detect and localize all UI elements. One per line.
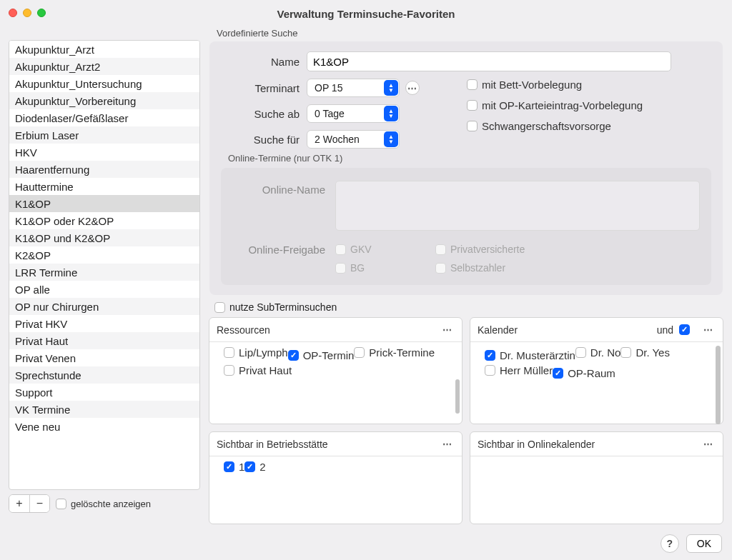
main-scrollbar-thumb[interactable] <box>716 346 721 424</box>
privat-checkbox[interactable]: Privatversicherte <box>435 244 564 255</box>
list-item[interactable]: Vene neu <box>9 418 199 435</box>
list-item[interactable]: Dr. Musterärztin <box>485 349 575 361</box>
list-item[interactable]: OP-Raum <box>553 367 615 379</box>
predef-section-title: Vordefinierte Suche <box>217 28 723 39</box>
list-item[interactable]: 1 <box>224 461 244 473</box>
ressourcen-more-button[interactable]: ⋯ <box>440 323 455 337</box>
list-item[interactable]: Diodenlaser/Gefäßlaser <box>9 109 199 126</box>
und-label: und <box>657 324 673 336</box>
name-label: Name <box>221 56 307 68</box>
checkbox[interactable] <box>224 347 234 358</box>
terminart-select[interactable]: OP 15 ▲▼ <box>307 79 400 97</box>
ressourcen-title: Ressourcen <box>217 324 270 336</box>
list-item[interactable]: Hauttermine <box>9 178 199 195</box>
list-item[interactable]: HKV <box>9 144 199 161</box>
list-item[interactable]: Support <box>9 384 199 401</box>
kalender-title: Kalender <box>478 324 518 336</box>
list-item[interactable]: K1&OP <box>9 195 199 212</box>
list-item[interactable]: K2&OP <box>9 246 199 264</box>
checkbox[interactable] <box>224 365 234 376</box>
onlinekalender-more-button[interactable]: ⋯ <box>701 437 716 451</box>
suche-fuer-select[interactable]: 2 Wochen ▲▼ <box>307 130 400 149</box>
bg-checkbox[interactable]: BG <box>335 262 421 274</box>
list-item[interactable]: Herr Müller <box>485 364 553 376</box>
list-item[interactable]: Haarentfernung <box>9 161 199 178</box>
kalender-panel: Kalender und ⋯ Dr. MusterärztinDr. NoDr.… <box>470 317 723 424</box>
list-item[interactable]: Akupunktur_Vorbereitung <box>9 92 199 109</box>
checkbox[interactable] <box>485 365 495 376</box>
remove-favorite-button[interactable]: − <box>29 495 49 512</box>
checkbox[interactable] <box>485 350 495 361</box>
list-item[interactable]: Privat HKV <box>9 315 199 332</box>
betriebsstaette-more-button[interactable]: ⋯ <box>440 437 455 451</box>
und-checkbox[interactable] <box>679 324 690 335</box>
kalender-list[interactable]: Dr. MusterärztinDr. NoDr. YesHerr Müller… <box>470 342 723 424</box>
online-section-title: Online-Termine (nur OTK 1) <box>228 153 711 164</box>
checkbox[interactable] <box>244 461 255 472</box>
list-item[interactable]: Erbium Laser <box>9 126 199 144</box>
selbst-checkbox[interactable]: Selbstzahler <box>435 262 564 274</box>
list-item[interactable]: K1&OP oder K2&OP <box>9 212 199 229</box>
window-minimize-button[interactable] <box>23 9 31 17</box>
list-item[interactable]: LRR Termine <box>9 264 199 281</box>
online-freigabe-label: Online-Freigabe <box>232 244 325 256</box>
window-zoom-button[interactable] <box>37 9 46 17</box>
help-button[interactable]: ? <box>661 534 679 553</box>
scrollbar-thumb[interactable] <box>455 379 460 414</box>
list-item[interactable]: Dr. No <box>575 346 621 359</box>
online-name-textarea[interactable] <box>335 181 700 231</box>
list-item[interactable]: Privat Venen <box>9 349 199 366</box>
onlinekalender-title: Sichtbar in Onlinekalender <box>478 439 595 450</box>
ressourcen-list[interactable]: Lip/LymphOP-TerminPrick-TerminePrivat Ha… <box>209 342 462 424</box>
schwanger-checkbox[interactable]: Schwangerschaftsvorsorge <box>467 120 643 132</box>
betriebsstaette-list[interactable]: 12 <box>209 456 462 524</box>
window-close-button[interactable] <box>9 9 17 17</box>
onlinekalender-list[interactable] <box>470 456 723 524</box>
betriebsstaette-panel: Sichtbar in Betriebsstätte ⋯ 12 <box>209 431 463 524</box>
list-item[interactable]: VK Termine <box>9 401 199 418</box>
list-item[interactable]: OP alle <box>9 281 199 298</box>
checkbox[interactable] <box>288 350 299 361</box>
checkbox[interactable] <box>354 347 365 358</box>
list-item[interactable]: OP-Termin <box>288 349 355 361</box>
chevron-up-down-icon: ▲▼ <box>384 80 398 96</box>
list-item[interactable]: Dr. Yes <box>620 346 670 359</box>
subterminsuchen-checkbox[interactable]: nutze SubTerminsuchen <box>214 301 723 313</box>
list-item[interactable]: Lip/Lymph <box>224 346 288 359</box>
kalender-more-button[interactable]: ⋯ <box>701 323 716 337</box>
show-deleted-checkbox[interactable]: gelöschte anzeigen <box>56 499 151 509</box>
checkbox[interactable] <box>575 347 586 358</box>
online-name-label: Online-Name <box>232 181 325 196</box>
list-item[interactable]: K1&OP und K2&OP <box>9 229 199 246</box>
name-input[interactable] <box>307 51 671 71</box>
list-item[interactable]: Akupunktur_Arzt2 <box>9 58 199 75</box>
terminart-label: Terminart <box>221 82 307 94</box>
chevron-up-down-icon: ▲▼ <box>384 131 398 147</box>
betriebsstaette-title: Sichtbar in Betriebsstätte <box>217 439 328 450</box>
checkbox[interactable] <box>620 347 631 358</box>
suche-ab-select[interactable]: 0 Tage ▲▼ <box>307 104 400 123</box>
ok-button[interactable]: OK <box>686 534 722 553</box>
show-deleted-label: gelöschte anzeigen <box>71 499 151 509</box>
add-favorite-button[interactable]: + <box>9 495 29 512</box>
list-item[interactable]: Akupunktur_Arzt <box>9 41 199 58</box>
onlinekalender-panel: Sichtbar in Onlinekalender ⋯ <box>470 431 723 524</box>
bett-checkbox[interactable]: mit Bett-Vorbelegung <box>467 79 643 91</box>
chevron-up-down-icon: ▲▼ <box>384 106 398 121</box>
gkv-checkbox[interactable]: GKV <box>335 244 421 255</box>
suche-fuer-label: Suche für <box>221 134 307 146</box>
terminart-more-button[interactable]: ⋯ <box>405 81 420 95</box>
suche-ab-label: Suche ab <box>221 108 307 120</box>
list-item[interactable]: 2 <box>244 461 265 473</box>
checkbox[interactable] <box>553 368 563 379</box>
opkartei-checkbox[interactable]: mit OP-Karteieintrag-Vorbelegung <box>467 99 643 111</box>
list-item[interactable]: Privat Haut <box>9 332 199 349</box>
list-item[interactable]: OP nur Chirurgen <box>9 298 199 315</box>
checkbox[interactable] <box>224 461 234 472</box>
list-item[interactable]: Akupunktur_Untersuchung <box>9 75 199 92</box>
list-item[interactable]: Privat Haut <box>224 364 292 376</box>
list-item[interactable]: Prick-Termine <box>354 346 435 359</box>
list-item[interactable]: Sprechstunde <box>9 366 199 384</box>
window-title: Verwaltung Terminsuche-Favoriten <box>9 8 723 20</box>
favorites-list[interactable]: Akupunktur_ArztAkupunktur_Arzt2Akupunktu… <box>9 40 200 490</box>
